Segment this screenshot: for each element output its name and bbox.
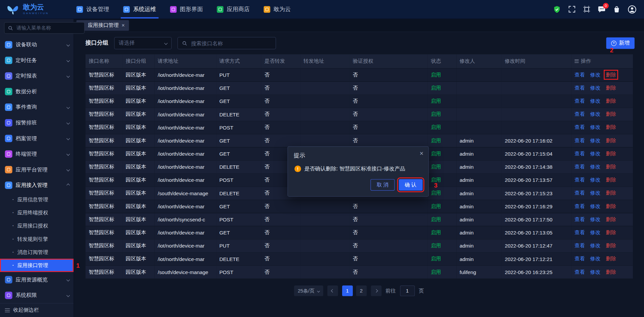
view-link[interactable]: 查看 [575, 190, 585, 196]
page-button-1[interactable]: 1 [342, 285, 353, 296]
sidebar-item-app-access-management[interactable]: 应用接入管理 [0, 177, 73, 193]
view-link[interactable]: 查看 [575, 151, 585, 156]
delete-link[interactable]: 删除 [606, 269, 616, 275]
edit-link[interactable]: 修改 [590, 216, 601, 222]
edit-link[interactable]: 修改 [590, 229, 601, 235]
view-link[interactable]: 查看 [575, 85, 585, 91]
tab-close-icon[interactable]: × [121, 22, 124, 28]
view-link[interactable]: 查看 [575, 243, 585, 249]
sidebar-subitem-app-terminal-auth[interactable]: 应用终端授权 [0, 206, 73, 219]
view-link[interactable]: 查看 [575, 111, 585, 117]
view-link[interactable]: 查看 [575, 98, 585, 104]
edit-link[interactable]: 修改 [590, 111, 601, 117]
cell-auth: 否 [350, 134, 428, 147]
column-settings-icon[interactable] [575, 60, 579, 63]
shopping-bag-icon[interactable] [613, 5, 621, 13]
delete-link[interactable]: 删除 [606, 98, 616, 104]
sidebar-search-box[interactable] [4, 22, 85, 34]
edit-link[interactable]: 修改 [590, 98, 601, 104]
sidebar-subitem-forward-rule-engine[interactable]: 转发规则引擎 [0, 232, 73, 246]
page-size-select[interactable]: 25条/页 [294, 285, 323, 296]
nav-app-store[interactable]: 应用商店 [216, 0, 251, 18]
delete-link[interactable]: 删除 [606, 85, 616, 91]
edit-link[interactable]: 修改 [590, 269, 601, 275]
sidebar-subitem-app-info-management[interactable]: 应用信息管理 [0, 193, 73, 206]
view-link[interactable]: 查看 [575, 216, 585, 222]
edit-link[interactable]: 修改 [590, 203, 601, 209]
user-avatar[interactable] [628, 5, 637, 14]
sidebar-item-app-resource-overview[interactable]: 应用资源概览 [0, 272, 73, 288]
interface-search-box[interactable] [177, 37, 276, 49]
fullscreen-icon[interactable] [568, 5, 576, 13]
next-page-button[interactable] [371, 285, 381, 296]
edit-link[interactable]: 修改 [590, 138, 601, 143]
delete-link[interactable]: 删除 [606, 151, 616, 156]
sidebar-item-alarm-scheduling[interactable]: 报警排班 [0, 115, 73, 131]
sidebar-item-data-analysis[interactable]: 数据分析 [0, 84, 73, 100]
sidebar-subitem-app-interface-management[interactable]: 应用接口管理 1 [0, 259, 73, 272]
view-link[interactable]: 查看 [575, 269, 585, 275]
sidebar-item-system-permissions[interactable]: 系统权限 [0, 287, 73, 303]
sidebar-item-label: 报警排班 [16, 119, 64, 126]
sidebar-item-device-linkage[interactable]: 设备联动 [0, 37, 73, 53]
view-link[interactable]: 查看 [575, 72, 585, 77]
delete-link[interactable]: 删除 [606, 216, 616, 222]
delete-link[interactable]: 删除 [606, 124, 616, 130]
edit-link[interactable]: 修改 [590, 164, 601, 170]
edit-link[interactable]: 修改 [590, 85, 601, 91]
edit-link[interactable]: 修改 [590, 177, 601, 183]
security-shield-icon[interactable] [553, 5, 561, 13]
delete-link[interactable]: 删除 [606, 72, 616, 77]
nav-system-operations[interactable]: 系统运维 [122, 0, 157, 18]
menu-search-input[interactable] [16, 24, 81, 31]
delete-link[interactable]: 删除 [606, 203, 616, 209]
edit-link[interactable]: 修改 [590, 72, 601, 77]
screenshot-frame-icon[interactable] [583, 5, 591, 13]
cell-auth: 否 [350, 121, 428, 134]
edit-link[interactable]: 修改 [590, 151, 601, 156]
nav-device-management[interactable]: 设备管理 [75, 0, 110, 18]
nav-ganweiyun[interactable]: 敢为云 [263, 0, 292, 18]
brand-logo[interactable]: 敢为云 GANWEIYUN [0, 2, 64, 16]
delete-link[interactable]: 删除 [606, 229, 616, 235]
prev-page-button[interactable] [327, 285, 338, 296]
view-link[interactable]: 查看 [575, 229, 585, 235]
delete-link[interactable]: 删除 [606, 111, 616, 117]
dialog-close-icon[interactable]: × [420, 150, 423, 157]
edit-link[interactable]: 修改 [590, 256, 601, 262]
view-link[interactable]: 查看 [575, 256, 585, 262]
sidebar-subitem-app-interface-auth[interactable]: 应用接口授权 [0, 219, 73, 232]
view-link[interactable]: 查看 [575, 203, 585, 209]
sidebar-item-terminal-management[interactable]: 终端管理 [0, 146, 73, 162]
view-link[interactable]: 查看 [575, 177, 585, 183]
edit-link[interactable]: 修改 [590, 243, 601, 249]
tab-bar: 应用接口管理 × [74, 19, 644, 32]
confirm-button[interactable]: 确 认 [398, 179, 423, 191]
sidebar-item-scheduled-tasks[interactable]: 定时任务 [0, 53, 73, 68]
view-link[interactable]: 查看 [575, 164, 585, 170]
delete-link[interactable]: 删除 [606, 190, 616, 196]
sidebar-item-event-query[interactable]: 事件查询 [0, 99, 73, 115]
sidebar-item-archive-management[interactable]: 档案管理 [0, 130, 73, 146]
delete-link[interactable]: 删除 [606, 138, 616, 143]
delete-link[interactable]: 删除 [606, 164, 616, 170]
cancel-button[interactable]: 取 消 [371, 179, 395, 191]
messages-icon[interactable]: 0 [598, 5, 606, 13]
delete-link[interactable]: 删除 [606, 243, 616, 249]
interface-search-input[interactable] [190, 40, 271, 47]
view-link[interactable]: 查看 [575, 138, 585, 143]
delete-link[interactable]: 删除 [606, 256, 616, 262]
collapse-sidebar-button[interactable]: 收起侧边栏 [0, 303, 73, 317]
sidebar-item-app-platform-management[interactable]: 应用平台管理 [0, 162, 73, 177]
sidebar-item-label: 定时任务 [16, 57, 64, 64]
view-link[interactable]: 查看 [575, 124, 585, 130]
edit-link[interactable]: 修改 [590, 124, 601, 130]
page-button-2[interactable]: 2 [356, 285, 367, 296]
nav-graphic-interface[interactable]: 图形界面 [169, 0, 204, 18]
edit-link[interactable]: 修改 [590, 190, 601, 196]
goto-page-input[interactable] [400, 285, 415, 296]
delete-link[interactable]: 删除 [606, 177, 616, 183]
group-select[interactable]: 请选择 [114, 37, 171, 49]
sidebar-subitem-message-subscription[interactable]: 消息订阅管理 [0, 246, 73, 259]
sidebar-item-scheduled-reports[interactable]: 定时报表 [0, 68, 73, 84]
